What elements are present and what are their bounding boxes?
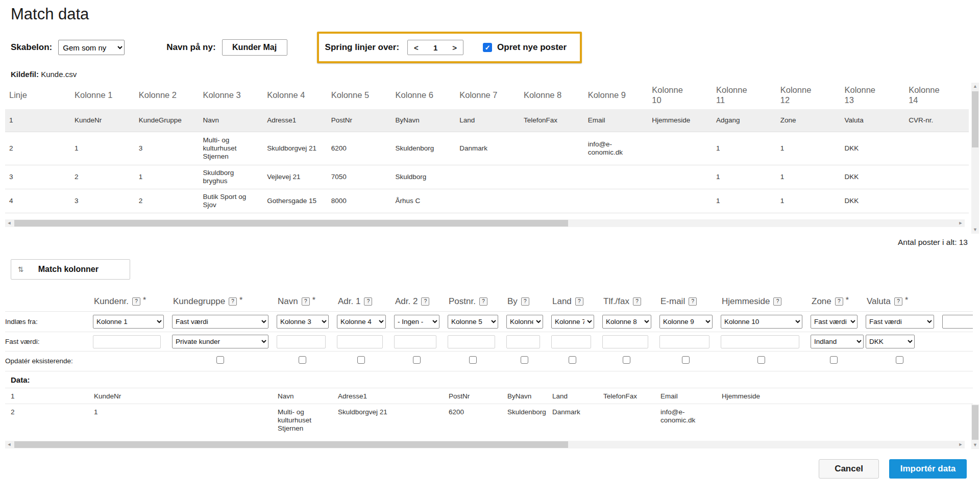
load-select-hjemmeside[interactable]: Kolonne 10 <box>721 315 802 329</box>
scroll-down-icon[interactable]: ▼ <box>971 441 979 449</box>
load-select-tlf-fax[interactable]: Kolonne 8 <box>602 315 651 329</box>
source-cell <box>520 132 584 165</box>
update-checkbox-by[interactable] <box>521 356 528 364</box>
fixed-select-zone[interactable]: Indland <box>811 335 864 348</box>
skabelon-select[interactable]: Gem som ny <box>58 40 125 55</box>
load-select-valuta[interactable]: Fast værdi <box>866 315 934 329</box>
skip-lines-stepper: < 1 > <box>407 40 463 55</box>
update-checkbox-hjemmeside[interactable] <box>757 356 765 364</box>
help-icon[interactable]: ? <box>132 297 140 306</box>
load-select-navn[interactable]: Kolonne 3 <box>277 315 329 329</box>
update-checkbox-land[interactable] <box>569 356 576 364</box>
load-from-label: Indlæs fra: <box>5 312 93 332</box>
match-column-header-valuta: Valuta?* <box>866 293 942 312</box>
help-icon[interactable]: ? <box>835 297 843 306</box>
scroll-up-icon[interactable]: ▲ <box>971 83 979 90</box>
help-icon[interactable]: ? <box>633 297 641 306</box>
source-vertical-scrollbar[interactable]: ▲ ▼ <box>971 83 979 234</box>
fixed-input-by[interactable] <box>506 335 540 348</box>
load-select-adr-2[interactable]: - Ingen - <box>394 315 439 329</box>
update-checkbox-tlf-fax[interactable] <box>623 356 630 364</box>
match-columns-button[interactable]: ⇅ Match kolonner <box>11 259 130 280</box>
help-icon[interactable]: ? <box>229 297 237 306</box>
source-cell <box>776 213 841 217</box>
source-cell <box>584 165 648 189</box>
scroll-right-icon[interactable]: ► <box>957 219 965 227</box>
load-select-by[interactable]: Kolonne 6 <box>506 315 543 329</box>
source-cell: Zone <box>776 109 841 132</box>
footer-actions: Cancel Importér data <box>819 459 967 479</box>
source-cell: DKK <box>840 165 904 189</box>
source-cell: 4 <box>5 189 70 213</box>
load-select-e-mail[interactable]: Kolonne 9 <box>659 315 713 329</box>
source-column-header: Kolonne 10 <box>648 82 712 109</box>
match-column-label: Tlf./fax <box>603 296 629 306</box>
help-icon[interactable]: ? <box>575 297 583 306</box>
update-checkbox-adr-1[interactable] <box>357 356 365 364</box>
match-vertical-scrollbar[interactable]: ▼ <box>971 404 979 449</box>
scroll-right-icon[interactable]: ► <box>957 441 965 448</box>
help-icon[interactable]: ? <box>302 297 310 306</box>
fixed-input-adr-2[interactable] <box>394 335 436 348</box>
match-column-header-land: Land? <box>551 293 602 312</box>
create-records-checkbox[interactable]: ✓ <box>483 43 492 52</box>
update-checkbox-adr-2[interactable] <box>413 356 421 364</box>
load-select-kundegruppe[interactable]: Fast værdi <box>172 315 268 329</box>
fixed-input-tlf-fax[interactable] <box>602 335 648 348</box>
fixed-select-kundegruppe[interactable]: Private kunder <box>172 335 268 348</box>
help-icon[interactable]: ? <box>689 297 697 306</box>
update-checkbox-zone[interactable] <box>830 356 838 364</box>
load-select-land[interactable]: Kolonne 7 <box>551 315 594 329</box>
load-select-postnr[interactable]: Kolonne 5 <box>448 315 498 329</box>
help-icon[interactable]: ? <box>479 297 487 306</box>
fixed-input-land[interactable] <box>551 335 591 348</box>
update-checkbox-valuta[interactable] <box>896 356 903 364</box>
update-checkbox-navn[interactable] <box>299 356 306 364</box>
skip-prev-button[interactable]: < <box>414 44 419 52</box>
navn-input[interactable] <box>222 39 287 56</box>
match-column-header-postnr: Postnr.? <box>448 293 506 312</box>
scroll-left-icon[interactable]: ◄ <box>5 441 13 448</box>
cancel-button[interactable]: Cancel <box>819 459 879 479</box>
load-select-kundenr[interactable]: Kolonne 1 <box>93 315 164 329</box>
fixed-input-kundenr[interactable] <box>93 335 161 348</box>
load-select-clipped[interactable] <box>942 315 973 329</box>
fixed-input-navn[interactable] <box>277 335 326 348</box>
help-icon[interactable]: ? <box>364 297 372 306</box>
source-row: 1KundeNrKundeGruppeNavnAdresse1PostNrByN… <box>5 109 969 132</box>
update-checkbox-postnr[interactable] <box>469 356 477 364</box>
match-data-cell <box>721 404 811 436</box>
fixed-input-hjemmeside[interactable] <box>721 335 799 348</box>
load-select-adr-1[interactable]: Kolonne 4 <box>337 315 386 329</box>
scrollbar-thumb[interactable] <box>972 91 978 147</box>
source-cell <box>455 189 520 213</box>
scrollbar-thumb[interactable] <box>14 441 568 448</box>
help-icon[interactable]: ? <box>894 297 902 306</box>
update-checkbox-e-mail[interactable] <box>682 356 690 364</box>
source-cell <box>904 213 969 217</box>
match-horizontal-scrollbar[interactable]: ◄ ► <box>5 441 965 448</box>
load-select-zone[interactable]: Fast værdi <box>811 315 857 329</box>
source-horizontal-scrollbar[interactable]: ◄ ► <box>5 219 965 227</box>
match-column-label: Kundenr. <box>94 296 129 306</box>
update-existing-label: Opdatér eksisterende: <box>5 352 93 371</box>
scroll-down-icon[interactable]: ▼ <box>971 226 979 234</box>
match-data-cell: Adresse1 <box>337 388 394 404</box>
source-cell: TøjXperten <box>199 213 263 217</box>
update-checkbox-kundegruppe[interactable] <box>216 356 224 364</box>
source-file-name: Kunde.csv <box>41 70 77 79</box>
fixed-select-valuta[interactable]: DKK <box>866 335 915 348</box>
help-icon[interactable]: ? <box>421 297 429 306</box>
help-icon[interactable]: ? <box>521 297 529 306</box>
fixed-input-adr-1[interactable] <box>337 335 383 348</box>
import-data-button[interactable]: Importér data <box>889 459 967 479</box>
help-icon[interactable]: ? <box>773 297 781 306</box>
scroll-left-icon[interactable]: ◄ <box>5 219 13 227</box>
source-cell <box>648 165 712 189</box>
scrollbar-thumb[interactable] <box>14 220 568 227</box>
scrollbar-thumb[interactable] <box>972 405 978 440</box>
skip-next-button[interactable]: > <box>452 44 457 52</box>
fixed-input-e-mail[interactable] <box>659 335 709 348</box>
match-column-label: Postnr. <box>449 296 476 306</box>
fixed-input-postnr[interactable] <box>448 335 495 348</box>
